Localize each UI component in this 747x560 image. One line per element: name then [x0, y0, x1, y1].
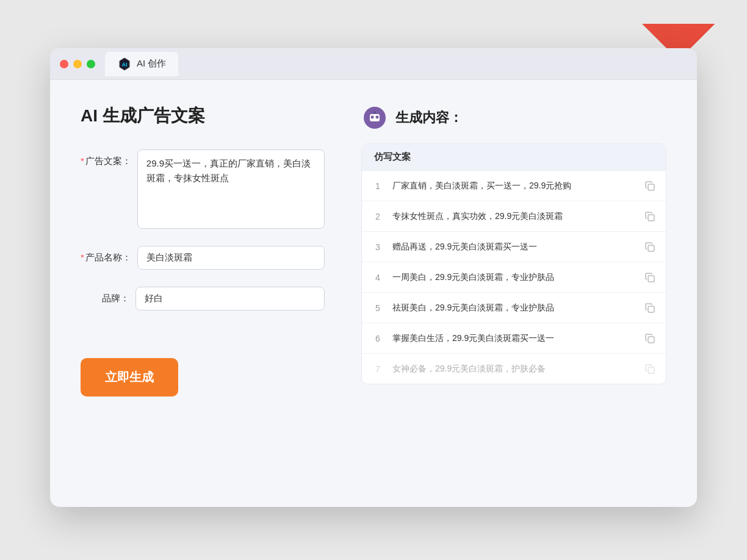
result-rows-container: 1 厂家直销，美白淡斑霜，买一送一，29.9元抢购 2 专抹女性斑点，真实功效，… [362, 171, 666, 384]
ad-copy-label: *广告文案： [81, 149, 131, 167]
right-panel: 生成内容： 仿写文案 1 厂家直销，美白淡斑霜，买一送一，29.9元抢购 2 专… [361, 104, 666, 483]
row-text: 厂家直销，美白淡斑霜，买一送一，29.9元抢购 [392, 179, 635, 192]
result-row: 6 掌握美白生活，29.9元美白淡斑霜买一送一 [362, 323, 666, 354]
copy-icon[interactable] [644, 363, 656, 375]
row-text: 专抹女性斑点，真实功效，29.9元美白淡斑霜 [392, 210, 635, 223]
ai-tab[interactable]: AI AI 创作 [105, 52, 178, 76]
ai-tab-icon: AI [117, 57, 132, 71]
row-text: 掌握美白生活，29.9元美白淡斑霜买一送一 [392, 332, 635, 345]
svg-point-4 [371, 116, 374, 119]
brand-row: 品牌： [81, 287, 325, 311]
copy-icon[interactable] [644, 210, 656, 223]
result-table: 仿写文案 1 厂家直销，美白淡斑霜，买一送一，29.9元抢购 2 专抹女性斑点，… [361, 143, 666, 384]
svg-rect-10 [648, 245, 654, 251]
product-name-label: *产品名称： [81, 246, 131, 264]
title-bar: AI AI 创作 [50, 48, 697, 80]
ad-copy-input[interactable]: 29.9买一送一，真正的厂家直销，美白淡斑霜，专抹女性斑点 [137, 149, 325, 229]
row-number: 5 [372, 303, 384, 313]
ad-copy-row: *广告文案： 29.9买一送一，真正的厂家直销，美白淡斑霜，专抹女性斑点 [81, 149, 325, 229]
result-header: 生成内容： [361, 104, 666, 131]
row-number: 1 [372, 181, 384, 191]
generate-button[interactable]: 立即生成 [81, 358, 178, 397]
row-text: 女神必备，29.9元美白淡斑霜，护肤必备 [392, 362, 635, 375]
svg-rect-11 [648, 276, 654, 282]
result-row: 7 女神必备，29.9元美白淡斑霜，护肤必备 [362, 354, 666, 384]
result-title: 生成内容： [395, 109, 463, 127]
page-title: AI 生成广告文案 [81, 104, 325, 127]
svg-rect-13 [648, 337, 654, 343]
copy-icon[interactable] [644, 180, 656, 192]
copy-icon[interactable] [644, 302, 656, 314]
minimize-button[interactable] [73, 60, 82, 68]
left-panel: AI 生成广告文案 *广告文案： 29.9买一送一，真正的厂家直销，美白淡斑霜，… [81, 104, 325, 483]
row-number: 4 [372, 273, 384, 282]
row-number: 2 [372, 212, 384, 221]
copy-icon[interactable] [644, 271, 656, 284]
copy-icon[interactable] [644, 332, 656, 345]
result-row: 3 赠品再送，29.9元美白淡斑霜买一送一 [362, 232, 666, 262]
row-number: 7 [372, 364, 384, 374]
row-text: 一周美白，29.9元美白淡斑霜，专业护肤品 [392, 271, 635, 284]
row-text: 赠品再送，29.9元美白淡斑霜买一送一 [392, 240, 635, 253]
result-row: 4 一周美白，29.9元美白淡斑霜，专业护肤品 [362, 262, 666, 293]
svg-point-7 [374, 112, 376, 113]
svg-point-5 [376, 116, 379, 119]
maximize-button[interactable] [87, 60, 95, 68]
product-name-input[interactable] [137, 246, 325, 270]
row-number: 3 [372, 242, 384, 252]
mac-window: AI AI 创作 AI 生成广告文案 *广告文案： 29.9买一送一，真正的厂家… [50, 48, 697, 507]
brand-label: 品牌： [81, 287, 129, 304]
svg-rect-12 [648, 306, 654, 312]
main-content: AI 生成广告文案 *广告文案： 29.9买一送一，真正的厂家直销，美白淡斑霜，… [50, 80, 697, 507]
ad-copy-required: * [81, 156, 84, 166]
row-number: 6 [372, 334, 384, 343]
result-table-header: 仿写文案 [362, 144, 666, 171]
svg-text:AI: AI [122, 62, 128, 68]
bot-icon [361, 104, 388, 131]
svg-rect-8 [648, 184, 654, 190]
tab-label: AI 创作 [137, 58, 166, 70]
close-button[interactable] [60, 60, 68, 68]
product-required: * [81, 252, 84, 262]
traffic-lights [60, 60, 95, 68]
row-text: 祛斑美白，29.9元美白淡斑霜，专业护肤品 [392, 301, 635, 314]
copy-icon[interactable] [644, 241, 656, 253]
svg-rect-9 [648, 215, 654, 221]
result-row: 1 厂家直销，美白淡斑霜，买一送一，29.9元抢购 [362, 171, 666, 201]
scene: AI AI 创作 AI 生成广告文案 *广告文案： 29.9买一送一，真正的厂家… [38, 30, 709, 530]
product-name-row: *产品名称： [81, 246, 325, 270]
result-row: 2 专抹女性斑点，真实功效，29.9元美白淡斑霜 [362, 201, 666, 232]
svg-rect-14 [648, 367, 654, 373]
result-row: 5 祛斑美白，29.9元美白淡斑霜，专业护肤品 [362, 293, 666, 323]
brand-input[interactable] [135, 287, 325, 311]
